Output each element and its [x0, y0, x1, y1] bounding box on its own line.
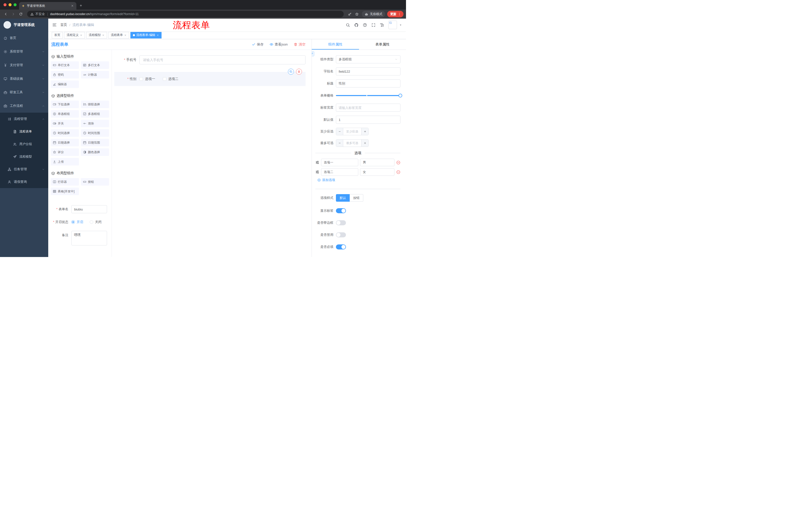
disabled-switch[interactable] — [336, 232, 346, 237]
palette-item-password[interactable]: 密码 — [51, 71, 79, 78]
delete-component-button[interactable] — [296, 69, 302, 75]
palette-item-radio-group[interactable]: 单选框组 — [51, 110, 79, 118]
drag-handle-icon[interactable] — [315, 170, 319, 174]
form-remark-textarea[interactable]: 嘿嘿 — [71, 231, 107, 245]
tag-process-definition[interactable]: 流程定义 — [64, 32, 85, 38]
form-grid-slider[interactable] — [336, 91, 401, 100]
tag-home[interactable]: 首页 — [52, 32, 63, 38]
tag-process-form[interactable]: 流程表单 — [108, 32, 129, 38]
increase-button[interactable] — [361, 128, 368, 135]
gender-option-1[interactable]: 选项一 — [140, 77, 155, 81]
palette-item-time-picker[interactable]: 时间选择 — [51, 129, 79, 137]
password-key-icon[interactable] — [347, 11, 353, 17]
decrease-button[interactable] — [336, 128, 343, 135]
tab-form-props[interactable]: 表单属性 — [359, 39, 406, 50]
address-bar[interactable]: 不安全 dashboard.yudao.iocoder.cn/bpm/manag… — [27, 11, 344, 17]
sidebar-item-workflow[interactable]: 工作流程 — [0, 99, 48, 113]
close-window-button[interactable] — [3, 3, 6, 6]
browser-tab[interactable]: 芋道管理系统 — [19, 2, 76, 9]
kebab-menu-icon[interactable] — [398, 12, 401, 16]
hamburger-button[interactable] — [52, 23, 57, 27]
required-switch[interactable] — [336, 244, 346, 249]
tag-process-form-edit[interactable]: 流程表单-编辑 — [130, 32, 162, 38]
sidebar-item-user-group[interactable]: 用户分组 — [0, 138, 48, 151]
status-radio-off[interactable]: 关闭 — [90, 220, 102, 224]
palette-item-time-range[interactable]: 时间范围 — [81, 129, 109, 137]
checkbox-box[interactable] — [140, 77, 143, 81]
decrease-button[interactable] — [336, 140, 343, 146]
user-avatar[interactable] — [388, 21, 397, 29]
palette-item-single-line-text[interactable]: 单行文本 — [51, 61, 79, 69]
minimize-window-button[interactable] — [8, 3, 11, 6]
palette-item-switch[interactable]: 开关 — [51, 120, 79, 127]
view-json-button[interactable]: 查看json — [269, 42, 288, 47]
increase-button[interactable] — [361, 140, 368, 146]
sidebar-item-payment[interactable]: 支付管理 — [0, 58, 48, 72]
gender-option-2[interactable]: 选项二 — [163, 77, 179, 81]
bookmark-star-icon[interactable] — [354, 11, 360, 17]
show-label-switch[interactable] — [336, 208, 346, 213]
update-button[interactable]: 更新 — [387, 11, 404, 17]
drag-handle-icon[interactable] — [315, 160, 319, 164]
palette-item-select[interactable]: 下拉选择 — [51, 101, 79, 108]
palette-item-rate[interactable]: 评分 — [51, 148, 79, 156]
palette-item-date-range[interactable]: 日期范围 — [81, 139, 109, 146]
default-value-input[interactable] — [336, 116, 401, 124]
max-select-input[interactable] — [343, 140, 361, 146]
gender-checkbox-component[interactable]: 性别 选项一 选项二 — [114, 72, 306, 86]
copy-component-button[interactable] — [288, 69, 294, 75]
field-name-input[interactable] — [336, 67, 401, 76]
add-option-button[interactable]: 添加选项 — [317, 178, 401, 182]
title-input[interactable] — [336, 79, 401, 87]
sidebar-item-infrastructure[interactable]: 基础设施 — [0, 72, 48, 85]
sidebar-item-process-management[interactable]: 流程管理 — [0, 113, 48, 125]
zoom-window-button[interactable] — [13, 3, 17, 6]
tag-close-icon[interactable] — [124, 34, 127, 36]
option-value-input[interactable] — [360, 168, 395, 176]
sidebar-item-home[interactable]: 首页 — [0, 31, 48, 45]
sidebar-item-leave-query[interactable]: 请假查询 — [0, 175, 48, 188]
border-switch[interactable] — [336, 220, 346, 225]
palette-item-date-picker[interactable]: 日期选择 — [51, 139, 79, 146]
tag-close-icon[interactable] — [156, 34, 159, 36]
tab-close-icon[interactable] — [71, 4, 74, 7]
tag-close-icon[interactable] — [102, 34, 105, 36]
sidebar-item-devtools[interactable]: 研发工具 — [0, 85, 48, 99]
save-button[interactable]: 保存 — [252, 42, 264, 47]
option-value-input[interactable] — [360, 159, 395, 166]
palette-item-table[interactable]: 表格[开发中] — [51, 188, 79, 195]
forward-button[interactable] — [10, 11, 17, 17]
palette-item-upload[interactable]: 上传 — [51, 158, 79, 165]
palette-item-counter[interactable]: 123计数器 — [81, 71, 109, 78]
tag-process-model[interactable]: 流程模型 — [86, 32, 107, 38]
tag-close-icon[interactable] — [80, 34, 82, 36]
palette-item-color-picker[interactable]: 颜色选择 — [81, 148, 109, 156]
component-type-select[interactable]: 多选框组 — [336, 55, 401, 63]
sidebar-item-process-model[interactable]: 流程模型 — [0, 151, 48, 163]
clear-button[interactable]: 清空 — [294, 42, 306, 47]
reload-button[interactable] — [18, 11, 24, 17]
style-default-button[interactable]: 默认 — [336, 194, 350, 202]
breadcrumb-home[interactable]: 首页 — [60, 23, 67, 27]
min-select-input[interactable] — [343, 128, 361, 135]
font-size-icon[interactable] — [380, 23, 384, 27]
sidebar-item-task-management[interactable]: 任务管理 — [0, 163, 48, 175]
drawer-link-button[interactable] — [312, 51, 314, 56]
phone-field-component[interactable]: 手机号 — [114, 55, 306, 64]
palette-item-slider[interactable]: 滑块 — [81, 120, 109, 127]
option-label-input[interactable] — [321, 159, 358, 166]
search-icon[interactable] — [346, 23, 350, 27]
new-tab-button[interactable] — [77, 2, 84, 9]
option-label-input[interactable] — [321, 168, 358, 176]
palette-item-button[interactable]: 按钮 — [81, 178, 109, 186]
slider-handle[interactable] — [399, 94, 402, 98]
palette-item-editor[interactable]: 编辑器 — [51, 80, 79, 88]
tab-component-props[interactable]: 组件属性 — [312, 39, 359, 50]
sidebar-item-system[interactable]: 系统管理 — [0, 45, 48, 58]
insecure-warning-icon[interactable] — [30, 12, 34, 16]
phone-field-input[interactable] — [140, 55, 306, 64]
status-radio-on[interactable]: 开启 — [71, 220, 83, 224]
palette-item-row-container[interactable]: 行容器 — [51, 178, 79, 186]
remove-option-button[interactable] — [396, 160, 401, 165]
remove-option-button[interactable] — [396, 170, 401, 174]
